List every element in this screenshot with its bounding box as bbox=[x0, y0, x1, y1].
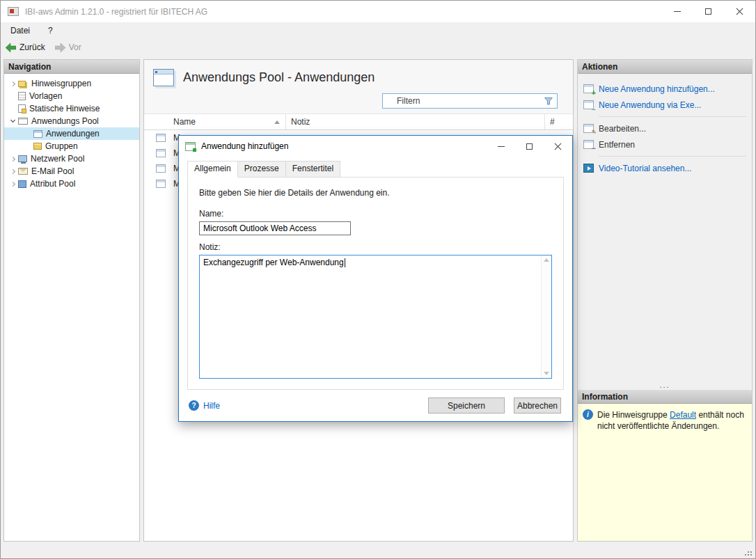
nav-item-anwendungs-pool[interactable]: Anwendungs Pool bbox=[4, 115, 139, 127]
separator bbox=[599, 116, 746, 117]
statusbar bbox=[1, 544, 755, 558]
chevron-right-icon bbox=[10, 168, 15, 173]
forward-arrow-icon bbox=[55, 43, 65, 52]
maximize-button[interactable] bbox=[693, 1, 724, 22]
information-box: i Die Hinweisgruppe Default enthält noch… bbox=[578, 404, 752, 541]
nav-item-netzwerk-pool[interactable]: Netzwerk Pool bbox=[4, 152, 139, 165]
application-icon bbox=[156, 180, 166, 188]
dialog-title: Anwendung hinzufügen bbox=[201, 141, 288, 151]
nav-item-attribut-pool[interactable]: Attribut Pool bbox=[4, 178, 139, 190]
action-entfernen[interactable]: Entfernen bbox=[583, 136, 746, 152]
add-via-exe-icon bbox=[583, 100, 594, 109]
notiz-scrollbar[interactable] bbox=[541, 255, 551, 378]
scroll-up-icon[interactable] bbox=[544, 258, 549, 262]
expander[interactable] bbox=[7, 120, 18, 122]
resize-grip[interactable] bbox=[744, 551, 753, 556]
tab-fenstertitel[interactable]: Fenstertitel bbox=[286, 161, 340, 177]
dialog-footer: ? Hilfe Speichern Abbrechen bbox=[187, 390, 564, 421]
nav-label: Attribut Pool bbox=[30, 179, 75, 189]
help-icon: ? bbox=[189, 400, 199, 411]
back-arrow-icon bbox=[6, 43, 16, 52]
menu-datei[interactable]: Datei bbox=[10, 26, 30, 36]
attribute-pool-icon bbox=[18, 180, 26, 188]
window-title: IBI-aws Admin 1.21.0 - registriert für I… bbox=[25, 7, 207, 17]
name-input[interactable] bbox=[199, 221, 351, 235]
static-hints-icon bbox=[18, 104, 26, 113]
action-neue-anwendung-hinzufuegen[interactable]: Neue Anwendung hinzufügen... bbox=[583, 81, 746, 97]
separator bbox=[599, 156, 746, 157]
abbrechen-button[interactable]: Abbrechen bbox=[514, 397, 561, 414]
text-caret bbox=[345, 258, 345, 267]
edit-icon bbox=[583, 124, 594, 133]
notiz-label: Notiz: bbox=[199, 242, 552, 252]
app-window: IBI-aws Admin 1.21.0 - registriert für I… bbox=[0, 0, 756, 559]
dialog-window-controls bbox=[487, 136, 572, 157]
expander[interactable] bbox=[7, 170, 18, 173]
back-button[interactable]: Zurück bbox=[6, 42, 45, 52]
chevron-right-icon bbox=[10, 156, 15, 161]
column-header-count[interactable]: # bbox=[545, 114, 573, 129]
dialog-body: Bitte geben Sie hier die Details der Anw… bbox=[179, 177, 572, 421]
table-header: Name Notiz # bbox=[144, 114, 573, 130]
dialog-icon bbox=[185, 142, 196, 151]
navigation-header: Navigation bbox=[4, 60, 139, 74]
expander[interactable] bbox=[7, 182, 18, 186]
scroll-down-icon[interactable] bbox=[544, 372, 549, 375]
column-header-notiz[interactable]: Notiz bbox=[286, 114, 545, 129]
dialog-titlebar: Anwendung hinzufügen bbox=[179, 136, 572, 157]
titlebar: IBI-aws Admin 1.21.0 - registriert für I… bbox=[1, 1, 755, 22]
nav-label: E-Mail Pool bbox=[31, 166, 74, 176]
nav-item-gruppen[interactable]: Gruppen bbox=[4, 140, 139, 152]
maximize-icon bbox=[526, 143, 533, 150]
filter-icon[interactable] bbox=[544, 97, 553, 105]
tab-allgemein[interactable]: Allgemein bbox=[187, 161, 238, 178]
templates-icon bbox=[18, 92, 26, 100]
app-pool-icon bbox=[18, 118, 28, 125]
expander[interactable] bbox=[7, 82, 18, 86]
notiz-textarea[interactable]: Exchangezugriff per Web-Anwendung bbox=[199, 255, 552, 379]
navigation-tree: Hinweisgruppen Vorlagen Statische Hinwei… bbox=[4, 74, 139, 190]
tab-prozesse[interactable]: Prozesse bbox=[238, 161, 286, 177]
dialog-close-button[interactable] bbox=[544, 136, 572, 157]
chevron-right-icon bbox=[10, 81, 15, 86]
nav-item-statische-hinweise[interactable]: Statische Hinweise bbox=[4, 102, 139, 115]
column-header-name[interactable]: Name bbox=[173, 114, 286, 129]
dialog-minimize-button[interactable] bbox=[487, 136, 515, 157]
action-bearbeiten[interactable]: Bearbeiten... bbox=[583, 120, 746, 136]
action-video-tutorial[interactable]: Video-Tutorial ansehen... bbox=[583, 160, 746, 176]
close-icon bbox=[554, 143, 562, 150]
speichern-button[interactable]: Speichern bbox=[428, 397, 505, 414]
nav-label: Hinweisgruppen bbox=[31, 79, 91, 88]
close-button[interactable] bbox=[724, 1, 755, 22]
information-header: Information bbox=[578, 390, 752, 404]
maximize-icon bbox=[705, 8, 711, 15]
forward-button[interactable]: Vor bbox=[55, 42, 81, 52]
application-icon bbox=[156, 164, 166, 173]
action-neue-anwendung-via-exe[interactable]: Neue Anwendung via Exe... bbox=[583, 97, 746, 113]
help-link[interactable]: ? Hilfe bbox=[189, 400, 220, 411]
chevron-down-icon bbox=[10, 118, 15, 123]
expander[interactable] bbox=[7, 157, 18, 161]
notiz-text: Exchangezugriff per Web-Anwendung bbox=[203, 258, 344, 267]
nav-label: Vorlagen bbox=[29, 91, 62, 101]
actions-panel: Aktionen Neue Anwendung hinzufügen... Ne… bbox=[577, 59, 753, 542]
nav-item-anwendungen[interactable]: Anwendungen bbox=[4, 127, 139, 140]
window-controls bbox=[661, 1, 755, 22]
minimize-button[interactable] bbox=[661, 1, 693, 22]
nav-item-vorlagen[interactable]: Vorlagen bbox=[4, 90, 139, 102]
dialog-tabs: Allgemein Prozesse Fenstertitel bbox=[187, 161, 564, 177]
default-group-link[interactable]: Default bbox=[670, 410, 696, 420]
splitter-handle[interactable]: ... bbox=[578, 380, 752, 390]
minimize-icon bbox=[674, 11, 681, 12]
dialog-maximize-button[interactable] bbox=[515, 136, 544, 157]
filter-input[interactable] bbox=[382, 93, 558, 109]
content-header-area: Anwendungs Pool - Anwendungen bbox=[144, 60, 573, 114]
navigation-panel: Navigation Hinweisgruppen Vorlagen Stati… bbox=[3, 59, 140, 542]
nav-item-email-pool[interactable]: E-Mail Pool bbox=[4, 165, 139, 178]
menu-help[interactable]: ? bbox=[48, 26, 53, 36]
minimize-icon bbox=[498, 146, 505, 147]
tab-page-allgemein: Bitte geben Sie hier die Details der Anw… bbox=[187, 177, 564, 390]
applications-page-icon bbox=[153, 69, 174, 86]
sort-ascending-icon bbox=[274, 120, 280, 124]
nav-item-hinweisgruppen[interactable]: Hinweisgruppen bbox=[4, 77, 139, 90]
